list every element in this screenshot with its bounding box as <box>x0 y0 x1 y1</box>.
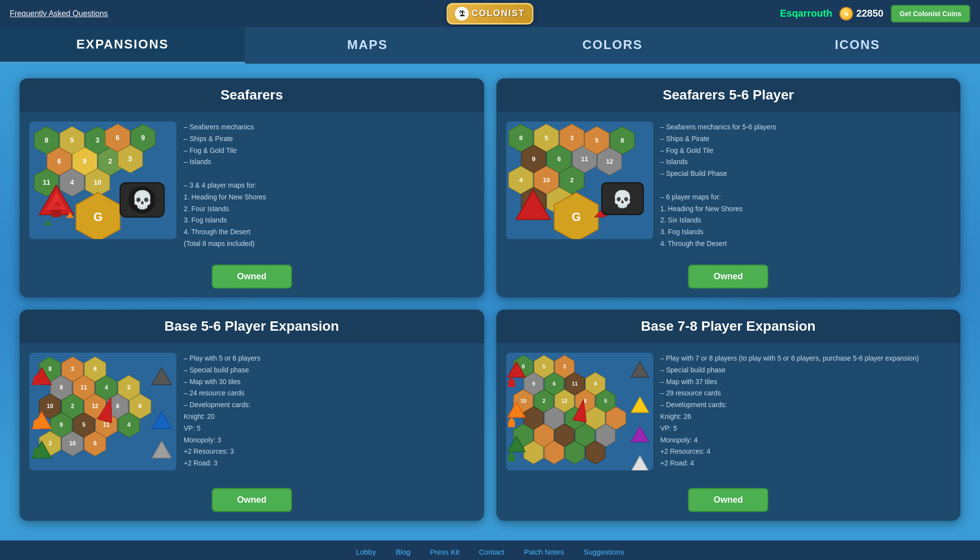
coin-icon: ● <box>839 7 853 21</box>
svg-text:8: 8 <box>620 137 624 144</box>
svg-text:6: 6 <box>57 157 61 165</box>
svg-text:2: 2 <box>542 398 545 404</box>
base-78-body: 8 5 3 9 6 11 4 10 2 12 8 5 <box>496 343 961 482</box>
svg-text:10: 10 <box>69 440 76 447</box>
seafarers-56-footer: Owned <box>496 259 961 297</box>
seafarers-title: Seafarers <box>20 78 484 112</box>
seafarers-card: Seafarers <box>20 78 484 297</box>
svg-text:G: G <box>571 210 581 223</box>
svg-text:10: 10 <box>94 178 101 186</box>
svg-text:6: 6 <box>94 440 97 447</box>
coin-amount: 22850 <box>856 8 883 19</box>
base-56-footer: Owned <box>20 482 484 521</box>
svg-text:5: 5 <box>70 136 74 144</box>
svg-text:4: 4 <box>127 421 131 428</box>
seafarers-footer: Owned <box>20 259 484 297</box>
svg-text:2: 2 <box>108 157 112 165</box>
seafarers-56-body: 8 5 3 9 6 11 4 10 2 <box>496 112 961 259</box>
svg-text:4: 4 <box>593 381 597 387</box>
svg-text:11: 11 <box>571 381 577 387</box>
faq-link[interactable]: Frequently Asked Questions <box>10 9 108 18</box>
svg-rect-170 <box>508 421 515 427</box>
svg-rect-172 <box>508 456 515 462</box>
svg-text:8: 8 <box>45 136 49 144</box>
svg-text:9: 9 <box>532 381 535 387</box>
tab-icons[interactable]: ICONS <box>735 27 980 64</box>
logo-container: 🏝 COLONIST <box>447 3 534 24</box>
footer-press-kit[interactable]: Press Kit <box>430 548 459 556</box>
svg-text:💀: 💀 <box>612 189 633 209</box>
base-78-title: Base 7-8 Player Expansion <box>496 310 961 343</box>
svg-text:8: 8 <box>116 403 120 410</box>
footer-blog[interactable]: Blog <box>395 548 410 556</box>
svg-text:5: 5 <box>604 398 607 404</box>
base-78-image: 8 5 3 9 6 11 4 10 2 12 8 5 <box>506 353 653 472</box>
svg-text:6: 6 <box>116 134 120 142</box>
svg-text:8: 8 <box>521 364 524 369</box>
svg-text:12: 12 <box>606 158 612 165</box>
svg-text:10: 10 <box>520 398 526 404</box>
svg-text:5: 5 <box>542 364 545 369</box>
footer-suggestions[interactable]: Suggestions <box>584 548 624 556</box>
tab-maps[interactable]: MAPS <box>245 27 490 64</box>
svg-text:10: 10 <box>47 403 53 410</box>
base-56-body: 8 3 6 9 11 4 5 10 2 12 8 6 9 5 1 <box>20 343 484 482</box>
svg-text:8: 8 <box>519 134 522 142</box>
svg-text:11: 11 <box>43 178 50 186</box>
svg-text:6: 6 <box>557 155 561 163</box>
footer-patch-notes[interactable]: Patch Notes <box>524 548 564 556</box>
footer-lobby[interactable]: Lobby <box>356 548 376 556</box>
base-56-image: 8 3 6 9 11 4 5 10 2 12 8 6 9 5 1 <box>29 353 176 472</box>
seafarers-body: 8 5 3 6 9 2 11 4 10 <box>20 112 484 259</box>
svg-text:3: 3 <box>71 365 74 372</box>
main-content: Seafarers <box>0 64 980 536</box>
svg-text:9: 9 <box>60 421 63 428</box>
base-56-title: Base 5-6 Player Expansion <box>20 310 484 343</box>
svg-text:4: 4 <box>105 384 108 391</box>
svg-text:9: 9 <box>83 157 87 165</box>
svg-text:2: 2 <box>570 176 573 184</box>
svg-text:5: 5 <box>544 134 548 142</box>
logo-text: COLONIST <box>472 8 525 19</box>
svg-rect-168 <box>508 381 515 387</box>
coins-display: ● 22850 <box>839 7 883 21</box>
seafarers-56-card: Seafarers 5-6 Player <box>496 78 961 297</box>
page-footer: Lobby Blog Press Kit Contact Patch Notes… <box>0 540 980 560</box>
seafarers-56-description: – Seafarers mechanics for 5-6 players – … <box>661 122 951 249</box>
base-78-footer: Owned <box>496 482 961 521</box>
svg-text:5: 5 <box>82 421 86 428</box>
seafarers-image: 8 5 3 6 9 2 11 4 10 <box>29 122 176 249</box>
tab-colors[interactable]: COLORS <box>490 27 735 64</box>
seafarers-56-image: 8 5 3 9 6 11 4 10 2 <box>506 122 653 249</box>
seafarers-owned-button[interactable]: Owned <box>212 265 292 289</box>
svg-text:12: 12 <box>561 398 567 404</box>
base-56-owned-button[interactable]: Owned <box>212 488 292 512</box>
get-coins-button[interactable]: Get Colonist Coins <box>891 5 970 23</box>
seafarers-56-owned-button[interactable]: Owned <box>688 265 768 289</box>
svg-text:4: 4 <box>519 176 523 184</box>
base-78-description: – Play with 7 or 8 players (to play with… <box>661 353 951 472</box>
logo-badge[interactable]: 🏝 COLONIST <box>447 3 534 24</box>
username[interactable]: Esqarrouth <box>780 8 833 19</box>
base-78-owned-button[interactable]: Owned <box>688 488 768 512</box>
svg-text:3: 3 <box>563 364 565 369</box>
svg-text:3: 3 <box>570 134 573 142</box>
svg-rect-115 <box>33 378 40 385</box>
svg-text:5: 5 <box>595 137 598 144</box>
svg-text:5: 5 <box>127 384 131 391</box>
base-78-map-svg: 8 5 3 9 6 11 4 10 2 12 8 5 <box>506 353 653 470</box>
svg-text:💀: 💀 <box>131 189 153 210</box>
footer-contact[interactable]: Contact <box>479 548 504 556</box>
svg-text:12: 12 <box>92 403 98 410</box>
base-56-description: – Play with 5 or 6 players – Special bui… <box>184 353 474 472</box>
seafarers-56-title: Seafarers 5-6 Player <box>496 78 961 112</box>
tab-expansions[interactable]: EXPANSIONS <box>0 27 245 64</box>
svg-text:8: 8 <box>49 365 52 372</box>
svg-text:4: 4 <box>70 178 74 186</box>
svg-text:9: 9 <box>532 155 535 163</box>
svg-rect-119 <box>33 451 40 458</box>
top-nav: Frequently Asked Questions 🏝 COLONIST Es… <box>0 0 980 27</box>
user-area: Esqarrouth ● 22850 Get Colonist Coins <box>780 5 970 23</box>
svg-text:6: 6 <box>552 381 555 387</box>
svg-text:2: 2 <box>71 403 74 410</box>
